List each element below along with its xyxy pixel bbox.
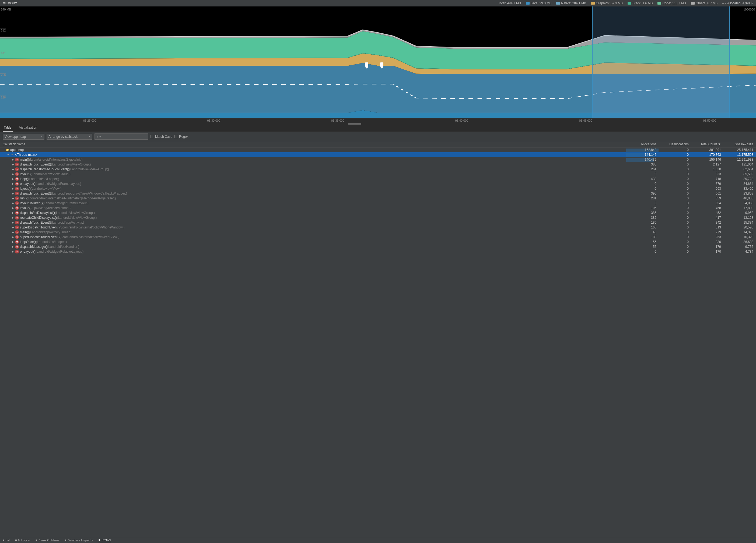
tool-window-tab[interactable]: ◼6: Logcat xyxy=(15,539,30,542)
expander-icon[interactable]: ▶ xyxy=(11,236,15,239)
expander-icon[interactable]: ▶ xyxy=(11,202,15,205)
expander-icon[interactable]: ▶ xyxy=(11,183,15,185)
tool-window-tab[interactable]: ◼Profiler xyxy=(99,538,111,542)
expander-icon[interactable]: ▶ xyxy=(11,187,15,190)
gc-event-icon xyxy=(365,62,368,67)
table-row[interactable]: ▶mmain() (Landroid/app/ActivityThread;)4… xyxy=(0,230,756,235)
memory-legend-bar: MEMORY Total: 494.7 MB Java: 29.3 MB Nat… xyxy=(0,0,756,6)
table-row[interactable]: ▶mdispatchTouchEvent() (Landroid/support… xyxy=(0,191,756,196)
table-row[interactable]: ▶msuperDispatchTouchEvent() (Lcom/androi… xyxy=(0,235,756,240)
col-name[interactable]: Callstack Name xyxy=(0,141,627,147)
col-deallocations[interactable]: Deallocations xyxy=(659,141,691,147)
expander-icon[interactable]: ▶ xyxy=(11,197,15,200)
expander-icon[interactable]: ▶ xyxy=(11,226,15,229)
table-row[interactable]: ▶monLayout() (Landroid/widget/FrameLayou… xyxy=(0,181,756,186)
tool-window-tab[interactable]: ◼nal xyxy=(3,539,10,542)
expander-icon[interactable]: ▶ xyxy=(11,212,15,214)
y-tick: 128 xyxy=(1,96,6,99)
table-row[interactable]: ▶mdispatchTransformedTouchEvent() (Landr… xyxy=(0,167,756,172)
table-header: Callstack Name Allocations Deallocations… xyxy=(0,141,756,148)
y-tick: 384 xyxy=(1,51,6,54)
expander-icon[interactable]: ▼ xyxy=(6,153,10,156)
arrange-dropdown[interactable]: Arrange by callstack xyxy=(47,134,92,140)
table-row[interactable]: ▶minvoke() (Ljava/lang/reflect/Method;)1… xyxy=(0,206,756,211)
method-icon: m xyxy=(15,172,19,176)
method-icon: m xyxy=(15,187,19,191)
table-row[interactable]: ▼≡<Thread main>144,1460170,36313,175,593 xyxy=(0,152,756,157)
method-icon: m xyxy=(15,201,19,205)
method-icon: m xyxy=(15,197,19,200)
method-icon: m xyxy=(15,177,19,181)
method-icon: m xyxy=(15,221,19,225)
y-label-top: 640 MB xyxy=(1,8,11,11)
table-row[interactable]: ▶mdispatchTouchEvent() (Landroid/app/Act… xyxy=(0,220,756,225)
expander-icon[interactable]: ▶ xyxy=(11,241,15,243)
expander-icon[interactable]: ▶ xyxy=(11,158,15,161)
table-row[interactable]: ▶mrecreateChildDisplayList() (Landroid/v… xyxy=(0,215,756,220)
expander-icon[interactable]: ▶ xyxy=(11,231,15,234)
expander-icon[interactable]: ▶ xyxy=(11,173,15,176)
expander-icon[interactable]: ▶ xyxy=(11,207,15,209)
table-row[interactable]: 📁app heap162,8480381,99125,165,411 xyxy=(0,148,756,152)
table-row[interactable]: ▶mloop() (Landroid/os/Looper;)433071839,… xyxy=(0,177,756,181)
expander-icon[interactable]: ▶ xyxy=(11,178,15,180)
heap-dropdown[interactable]: View app heap xyxy=(3,134,44,140)
expander-icon[interactable]: ▶ xyxy=(11,168,15,171)
legend-others: Others: 8.7 MB xyxy=(691,1,717,5)
thread-icon: ≡ xyxy=(10,153,14,157)
table-row[interactable]: ▶mdispatchGetDisplayList() (Landroid/vie… xyxy=(0,211,756,215)
expander-icon[interactable]: ▶ xyxy=(11,216,15,219)
table-row[interactable]: ▶msuperDispatchTouchEvent() (Lcom/androi… xyxy=(0,225,756,230)
time-selection[interactable] xyxy=(592,6,730,118)
method-icon: m xyxy=(15,245,19,249)
match-case-checkbox[interactable]: Match Case xyxy=(151,135,172,139)
allocation-table: Callstack Name Allocations Deallocations… xyxy=(0,141,756,537)
x-tick: 05:50.000 xyxy=(703,119,716,122)
method-icon: m xyxy=(15,182,19,186)
legend-code: Code: 113.7 MB xyxy=(657,1,686,5)
expander-icon[interactable]: ▶ xyxy=(11,163,15,166)
x-tick: 05:35.000 xyxy=(331,119,344,122)
method-icon: m xyxy=(15,230,19,234)
method-icon: m xyxy=(15,211,19,215)
legend-native: Native: 284.1 MB xyxy=(556,1,586,5)
search-box[interactable]: ⌕ ▾ xyxy=(95,134,148,140)
table-row[interactable]: ▶mlayout() (Landroid/view/View;)0066333,… xyxy=(0,186,756,191)
tool-window-tab[interactable]: ◼Database Inspector xyxy=(65,539,93,542)
col-allocations[interactable]: Allocations xyxy=(627,141,659,147)
search-input[interactable] xyxy=(102,135,146,139)
table-row[interactable]: ▶mrun() (Lcom/android/internal/os/Runtim… xyxy=(0,196,756,201)
table-row[interactable]: ▶mdispatchTouchEvent() (Landroid/view/Vi… xyxy=(0,162,756,167)
expander-icon[interactable]: ▶ xyxy=(11,246,15,248)
legend-java: Java: 29.3 MB xyxy=(526,1,551,5)
legend-graphics: Graphics: 57.3 MB xyxy=(591,1,623,5)
expander-icon[interactable]: ▶ xyxy=(11,192,15,195)
x-tick: 05:25.000 xyxy=(83,119,96,122)
table-row[interactable]: ▶mdispatchMessage() (Landroid/os/Handler… xyxy=(0,244,756,249)
col-total-count[interactable]: Total Count ▼ xyxy=(691,141,724,147)
method-icon: m xyxy=(15,163,19,166)
expander-icon[interactable]: ▶ xyxy=(11,221,15,224)
tab-table[interactable]: Table xyxy=(3,124,13,132)
regex-checkbox[interactable]: Regex xyxy=(174,135,188,139)
chart-scroll-thumb[interactable] xyxy=(348,123,361,125)
table-row[interactable]: ▶monLayout() (Landroid/widget/RelativeLa… xyxy=(0,249,756,254)
table-body[interactable]: 📁app heap162,8480381,99125,165,411▼≡<Thr… xyxy=(0,148,756,537)
method-icon: m xyxy=(15,235,19,239)
tool-window-icon: ◼ xyxy=(36,539,37,541)
tool-window-tab[interactable]: ◼Blaze Problems xyxy=(36,539,59,542)
toolbar-row: View app heap Arrange by callstack ⌕ ▾ M… xyxy=(0,132,756,141)
tool-window-icon: ◼ xyxy=(65,539,67,541)
legend-stack: Stack: 1.6 MB xyxy=(628,1,653,5)
memory-chart[interactable]: 640 MB 1000000 128256384512 xyxy=(0,6,756,118)
table-row[interactable]: ▶mloopOnce() (Landroid/os/Looper;)560230… xyxy=(0,240,756,244)
method-icon: m xyxy=(15,167,19,171)
table-row[interactable]: ▶mlayout() (Landroid/view/ViewGroup;)009… xyxy=(0,172,756,177)
table-row[interactable]: ▶mmain() (Lcom/android/internal/os/Zygot… xyxy=(0,157,756,162)
col-shallow-size[interactable]: Shallow Size xyxy=(724,141,756,147)
tabs-row: Table Visualization xyxy=(0,124,756,132)
y-label-secondary: 1000000 xyxy=(743,8,755,11)
table-row[interactable]: ▶mlayoutChildren() (Landroid/widget/Fram… xyxy=(0,201,756,206)
tab-visualization[interactable]: Visualization xyxy=(18,124,38,132)
expander-icon[interactable]: ▶ xyxy=(11,250,15,253)
